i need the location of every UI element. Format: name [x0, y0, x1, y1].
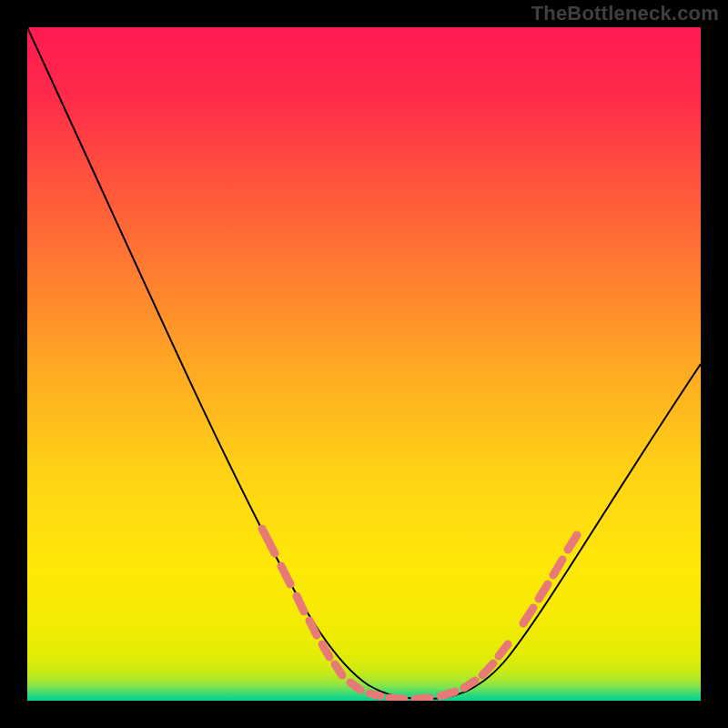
- highlight-dash: [322, 644, 329, 657]
- curve-layer: [27, 27, 701, 701]
- bottleneck-curve: [27, 27, 701, 699]
- highlight-dash: [568, 535, 577, 550]
- highlight-dash: [262, 529, 275, 553]
- highlight-dash: [523, 608, 533, 623]
- highlight-dash: [539, 584, 548, 599]
- highlight-dash: [389, 698, 404, 699]
- highlight-dash: [440, 692, 455, 696]
- plot-area: [27, 27, 701, 701]
- watermark-text: TheBottleneck.com: [531, 2, 719, 25]
- highlight-dashes: [262, 529, 577, 699]
- highlight-dash: [350, 682, 360, 690]
- highlight-dash: [369, 693, 380, 696]
- highlight-dash: [499, 644, 508, 656]
- highlight-dash: [297, 596, 304, 612]
- highlight-dash: [281, 566, 290, 584]
- chart-frame: TheBottleneck.com: [0, 0, 728, 728]
- highlight-dash: [415, 698, 430, 699]
- highlight-dash: [335, 664, 342, 675]
- highlight-dash: [553, 560, 562, 575]
- highlight-dash: [309, 621, 317, 635]
